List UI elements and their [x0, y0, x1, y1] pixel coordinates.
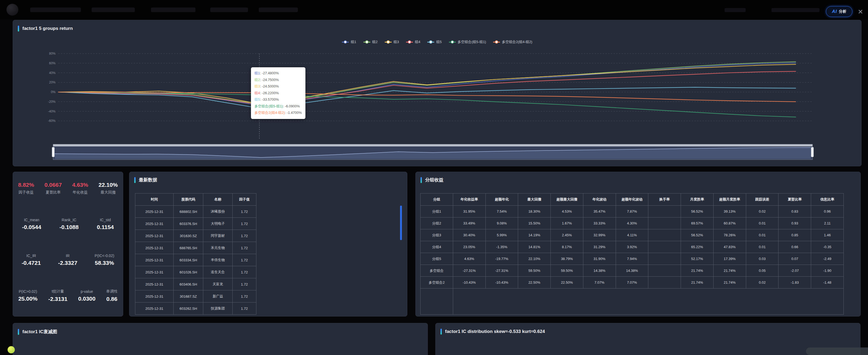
- nav-item-placeholder[interactable]: [151, 7, 195, 12]
- table-cell: 0.85: [778, 229, 811, 241]
- legend-item[interactable]: 多空组合2(组4-组2): [493, 40, 532, 44]
- table-row[interactable]: 2025-12-31601026.SH道生天合1.72: [135, 266, 256, 278]
- close-icon[interactable]: ✕: [855, 6, 866, 17]
- latest-data-table: 时间股票代码名称因子值2025-12-31688802.SH沐曦股份1.7220…: [135, 193, 256, 315]
- stat-label: IC_std: [100, 218, 111, 222]
- table-cell: 0.05: [746, 265, 778, 277]
- table-cell: 688765.SH: [174, 242, 203, 254]
- table-row[interactable]: 多空组合2-10.43%-10.43%22.50%22.50%7.07%7.07…: [421, 277, 844, 288]
- table-cell: 59.50%: [551, 265, 583, 277]
- legend-marker-icon: [363, 40, 370, 44]
- table-row[interactable]: 多空组合-27.31%-27.31%59.50%59.50%14.38%14.3…: [421, 265, 844, 277]
- ai-analyze-button[interactable]: AI 分析: [826, 6, 852, 17]
- table-row[interactable]: 分组330.40%5.99%14.19%2.45%32.99%4.11%56.5…: [421, 229, 844, 241]
- stat-夏普比率: 0.0667夏普比率: [44, 182, 62, 195]
- groups-return-panel: factor1 5 groups return 组1组2组3组4组5多空组合(组…: [13, 20, 862, 166]
- table-cell: 技源集团: [203, 303, 232, 315]
- stat-单调性: 单调性0.86: [106, 289, 118, 302]
- legend-marker-icon: [493, 40, 500, 44]
- table-cell: 0.66: [778, 241, 811, 253]
- table-cell: 2.11: [811, 217, 844, 229]
- table-cell: 分组2: [421, 217, 453, 229]
- header-right-placeholder[interactable]: [724, 8, 746, 12]
- table-row[interactable]: 2025-12-31603334.SH丰倍生物1.72: [135, 254, 256, 266]
- stat-value: 25.00%: [18, 295, 37, 302]
- table-cell: -10.43%: [486, 277, 518, 288]
- table-cell: 35.47%: [583, 206, 616, 217]
- table-row[interactable]: 2025-12-31301687.SZ新广益1.72: [135, 290, 256, 303]
- table-cell: -2.49: [811, 253, 844, 265]
- stat-因子收益: 8.82%因子收益: [18, 182, 34, 195]
- datazoom-handle[interactable]: [52, 147, 55, 157]
- table-cell: 603262.SH: [174, 303, 203, 315]
- table-row[interactable]: 分组54.63%-19.77%22.10%38.79%31.90%7.94%52…: [421, 253, 844, 265]
- legend-item[interactable]: 组4: [406, 40, 420, 44]
- table-cell: 14.19%: [518, 229, 551, 241]
- table-cell: 59.50%: [518, 265, 551, 277]
- table-cell: 31.29%: [583, 241, 616, 253]
- table-cell: 2025-12-31: [135, 206, 174, 218]
- table-cell: 同宇新材: [203, 230, 232, 242]
- table-cell: 17.39%: [713, 253, 746, 265]
- stat-label: 单调性: [106, 289, 118, 294]
- nav-item-placeholder[interactable]: [259, 7, 298, 12]
- table-cell: 1.72: [232, 266, 256, 278]
- table-cell: 7.07%: [583, 277, 616, 288]
- table-cell: 69.57%: [681, 217, 714, 229]
- column-header: 时间: [135, 193, 174, 206]
- legend-item[interactable]: 组5: [427, 40, 441, 44]
- stat-value: -0.0544: [22, 224, 41, 230]
- legend-marker-icon: [449, 40, 456, 44]
- table-cell: [648, 229, 681, 241]
- ic-decay-title: factor1 IC衰减图: [22, 329, 57, 335]
- ai-analyze-label: 分析: [839, 9, 846, 14]
- table-cell: 0.01: [746, 217, 778, 229]
- nav-item-placeholder[interactable]: [92, 7, 135, 12]
- nav-item-placeholder[interactable]: [30, 7, 81, 12]
- app-logo[interactable]: [6, 4, 18, 15]
- table-row[interactable]: 分组423.05%-1.35%14.81%8.17%31.29%3.92%65.…: [421, 241, 844, 253]
- table-cell: 2.45%: [551, 229, 583, 241]
- footer-widget[interactable]: [806, 348, 868, 355]
- table-cell: 18.30%: [518, 206, 551, 217]
- table-cell: 5.99%: [486, 229, 518, 241]
- table-cell: 新广益: [203, 290, 232, 303]
- table-row[interactable]: 分组233.49%9.08%15.50%1.67%33.33%4.30%69.5…: [421, 217, 844, 229]
- table-row[interactable]: 分组131.95%7.54%18.30%4.53%35.47%7.87%56.5…: [421, 206, 844, 217]
- legend-item[interactable]: 组1: [342, 40, 356, 44]
- table-cell: 天富龙: [203, 278, 232, 290]
- datazoom-handle[interactable]: [811, 147, 813, 157]
- table-cell: 23.05%: [453, 241, 486, 253]
- table-row[interactable]: 2025-12-31688765.SH禾元生物1.72: [135, 242, 256, 254]
- svg-text:20%: 20%: [49, 80, 56, 84]
- table-row[interactable]: 2025-12-31688802.SH沐曦股份1.72: [135, 206, 256, 218]
- legend-item[interactable]: 组2: [363, 40, 378, 44]
- stat-value: 0.86: [106, 296, 118, 302]
- table-cell: 78.26%: [713, 229, 746, 241]
- header-right-placeholder[interactable]: [772, 8, 819, 12]
- tooltip-line: 组4: -26.2200%: [254, 90, 302, 97]
- nav-item-placeholder[interactable]: [210, 7, 248, 12]
- table-cell: -1.90: [811, 265, 844, 277]
- title-accent-bar: [134, 177, 135, 183]
- table-cell: 15.50%: [518, 217, 551, 229]
- svg-text:-60%: -60%: [48, 119, 56, 123]
- stat-label: 年化收益: [72, 190, 88, 195]
- table-cell: 丰倍生物: [203, 254, 232, 266]
- table-row[interactable]: 2025-12-31603262.SH技源集团1.72: [135, 303, 256, 315]
- stat-value: 4.63%: [72, 182, 88, 188]
- table-row[interactable]: 2025-12-31301630.SZ同宇新材1.72: [135, 230, 256, 242]
- floating-badge[interactable]: [7, 346, 15, 353]
- table-scrollbar[interactable]: [400, 206, 402, 240]
- table-cell: 分组3: [421, 229, 453, 241]
- column-header: 夏普比率: [778, 193, 811, 206]
- legend-item[interactable]: 组3: [385, 40, 399, 44]
- stat-value: 0.0300: [78, 295, 95, 302]
- legend-item[interactable]: 多空组合(组5-组1): [449, 40, 486, 44]
- table-cell: [648, 253, 681, 265]
- table-cell: 1.72: [232, 242, 256, 254]
- table-cell: 21.74%: [713, 265, 746, 277]
- table-cell: -19.77%: [486, 253, 518, 265]
- table-row[interactable]: 2025-12-31603376.SH大明电子1.72: [135, 218, 256, 230]
- table-row[interactable]: 2025-12-31603406.SH天富龙1.72: [135, 278, 256, 290]
